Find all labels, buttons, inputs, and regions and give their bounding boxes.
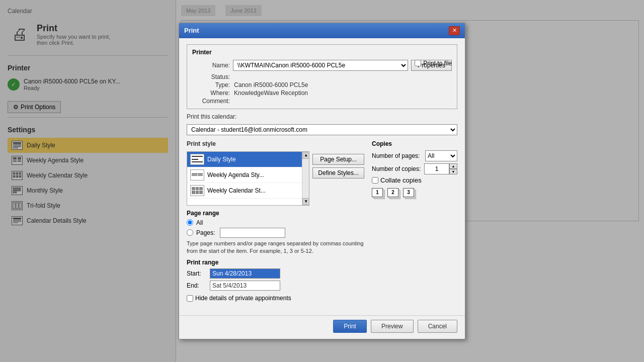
status-value	[234, 73, 320, 80]
pages-input[interactable]	[220, 228, 285, 238]
weekly-agenda-option[interactable]: Weekly Agenda Sty...	[187, 167, 309, 183]
hide-private-checkbox[interactable]	[187, 295, 193, 302]
copies-title: Copies	[372, 140, 457, 147]
weekly-agenda-option-label: Weekly Agenda Sty...	[207, 171, 264, 178]
hide-private-label: Hide details of private appointments	[195, 295, 291, 302]
start-date-input[interactable]	[210, 268, 280, 279]
weekly-agenda-mini-icon	[190, 169, 204, 180]
print-button[interactable]: Print	[333, 320, 367, 333]
dialog-titlebar: Print ✕	[179, 23, 465, 38]
copies-spinner[interactable]: ▲ ▼	[449, 163, 457, 174]
comment-label: Comment:	[192, 98, 230, 105]
scroll-track	[302, 159, 309, 198]
dialog-overlay: Print ✕ Printer Name: \\KWTMAIN\Canon iR…	[0, 0, 644, 362]
name-label: Name:	[192, 62, 230, 69]
daily-style-mini-icon	[190, 154, 204, 165]
num-pages-label: Number of pages:	[372, 152, 422, 159]
scroll-up-button[interactable]: ▲	[302, 152, 309, 159]
end-label: End:	[187, 282, 207, 289]
start-label: Start:	[187, 270, 207, 277]
dialog-buttons: Print Preview Cancel	[179, 315, 465, 339]
scroll-down-button[interactable]: ▼	[302, 198, 309, 205]
dialog-title: Print	[184, 27, 199, 34]
where-label: Where:	[192, 89, 230, 97]
num-copies-label: Number of copies:	[372, 165, 421, 172]
page-range-hint: Type page numbers and/or page ranges sep…	[187, 240, 364, 255]
collate-preview: 1 2	[372, 188, 457, 197]
dialog-close-button[interactable]: ✕	[449, 26, 460, 35]
daily-style-option-label: Daily Style	[207, 156, 236, 163]
copies-up-button[interactable]: ▲	[449, 163, 457, 169]
collate-checkbox[interactable]	[372, 177, 378, 184]
num-pages-select[interactable]: All	[425, 150, 457, 161]
weekly-calendar-mini-icon	[190, 185, 204, 196]
num-copies-input[interactable]	[424, 163, 449, 174]
weekly-calendar-option-label: Weekly Calendar St...	[207, 187, 266, 194]
print-to-file-checkbox[interactable]	[415, 60, 421, 66]
define-styles-button[interactable]: Define Styles...	[312, 167, 364, 178]
print-range-title: Print range	[187, 259, 364, 266]
where-value: KnowledgeWave Reception	[234, 89, 320, 97]
comment-value	[234, 98, 320, 105]
copies-down-button[interactable]: ▼	[449, 169, 457, 174]
weekly-calendar-option[interactable]: Weekly Calendar St...	[187, 183, 309, 199]
print-to-file-label: Print to file	[423, 60, 452, 67]
print-calendar-label: Print this calendar:	[187, 113, 236, 120]
page-range-title: Page range	[187, 210, 364, 217]
printer-group-title: Printer	[192, 49, 452, 56]
print-style-label: Print style	[187, 140, 364, 147]
pages-radio-label: Pages:	[196, 229, 215, 236]
collate-label: Collate copies	[380, 176, 422, 184]
pages-radio[interactable]	[187, 229, 193, 236]
all-pages-radio[interactable]	[187, 219, 193, 226]
cancel-button[interactable]: Cancel	[418, 320, 457, 333]
print-dialog: Print ✕ Printer Name: \\KWTMAIN\Canon iR…	[179, 23, 465, 340]
type-value: Canon iR5000-6000 PCL5e	[234, 81, 320, 88]
page-setup-button[interactable]: Page Setup...	[312, 154, 364, 165]
end-date-input[interactable]	[210, 281, 280, 291]
calendar-select[interactable]: Calendar - student16@lotl.onmicrosoft.co…	[187, 124, 457, 135]
all-pages-label: All	[196, 219, 203, 226]
type-label: Type:	[192, 81, 230, 88]
status-label: Status:	[192, 73, 230, 80]
preview-button[interactable]: Preview	[371, 320, 414, 333]
printer-name-select[interactable]: \\KWTMAIN\Canon iR5000-6000 PCL5e	[233, 60, 408, 71]
daily-style-option[interactable]: Daily Style	[187, 152, 309, 167]
style-list-scrollbar[interactable]: ▲ ▼	[302, 152, 309, 205]
